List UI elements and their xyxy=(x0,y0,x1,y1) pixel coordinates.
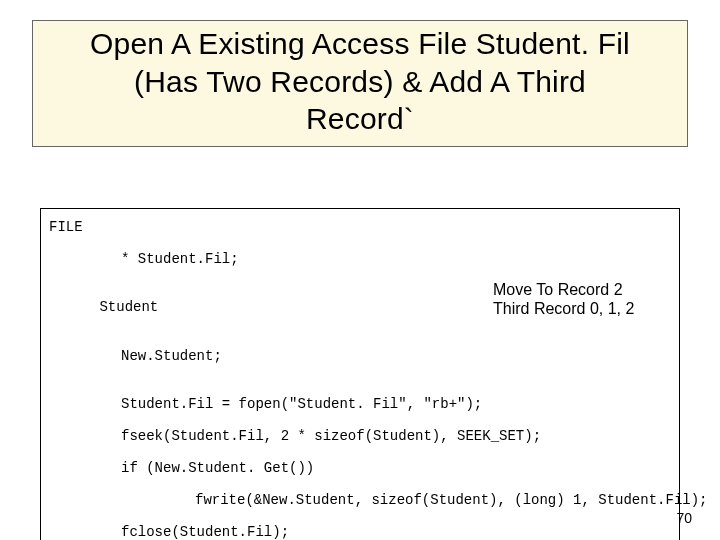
blank-line xyxy=(49,444,671,460)
annotation-line-2: Third Record 0, 1, 2 xyxy=(493,300,634,317)
code-line: FILE xyxy=(49,219,671,235)
title-box: Open A Existing Access File Student. Fil… xyxy=(32,20,688,147)
code-text: Student xyxy=(99,299,158,315)
slide-title: Open A Existing Access File Student. Fil… xyxy=(41,25,679,138)
blank-line xyxy=(49,508,671,524)
annotation: Move To Record 2 Third Record 0, 1, 2 xyxy=(493,281,653,318)
blank-line xyxy=(49,380,671,396)
code-line: if (New.Student. Get()) xyxy=(49,460,671,476)
annotation-line-1: Move To Record 2 xyxy=(493,281,623,298)
blank-line xyxy=(49,476,671,492)
code-line: fwrite(&New.Student, sizeof(Student), (l… xyxy=(49,492,671,508)
blank-line xyxy=(49,364,671,380)
page-number: 70 xyxy=(676,510,692,526)
code-line: fseek(Student.Fil, 2 * sizeof(Student), … xyxy=(49,428,671,444)
code-line: * Student.Fil; xyxy=(49,251,671,267)
title-line-3: Record` xyxy=(306,102,414,135)
code-line: Student Move To Record 2 Third Record 0,… xyxy=(49,283,671,347)
code-line: Student.Fil = fopen("Student. Fil", "rb+… xyxy=(49,396,671,412)
title-line-2: (Has Two Records) & Add A Third xyxy=(134,65,586,98)
code-line: New.Student; xyxy=(49,348,671,364)
code-box: FILE * Student.Fil; Student Move To Reco… xyxy=(40,208,680,540)
code-line: fclose(Student.Fil); xyxy=(49,524,671,540)
blank-line xyxy=(49,235,671,251)
title-line-1: Open A Existing Access File Student. Fil xyxy=(90,27,630,60)
blank-line xyxy=(49,412,671,428)
slide: Open A Existing Access File Student. Fil… xyxy=(0,0,720,540)
